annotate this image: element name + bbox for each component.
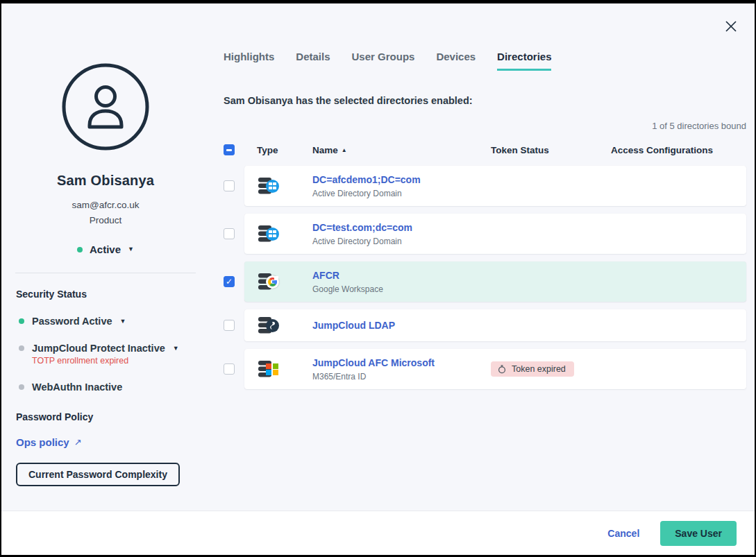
column-header-token-status: Token Status [491,145,611,155]
directory-subtitle: Google Workspace [312,284,491,294]
avatar [62,141,149,153]
directory-name-link[interactable]: JumpCloud LDAP [312,320,491,331]
tab-devices[interactable]: Devices [436,51,476,71]
tab-directories[interactable]: Directories [497,51,551,71]
chevron-down-icon: ▼ [173,345,179,352]
totp-expired-note: TOTP enrollment expired [32,356,210,366]
directory-subtitle: M365/Entra ID [312,372,491,382]
user-name: Sam Obisanya [1,173,210,189]
table-row: JumpCloud AFC Microsoft M365/Entra ID To… [224,349,746,389]
token-expired-badge: Token expired [491,361,574,377]
table-row: JumpCloud LDAP [224,309,746,341]
user-status-label: Active [90,243,121,255]
row-checkbox[interactable] [224,363,235,375]
chevron-down-icon: ▼ [120,318,126,325]
column-header-name-label: Name [312,145,338,155]
directories-description: Sam Obisanya has the selected directorie… [224,95,746,106]
directory-card[interactable]: DC=afcdemo1;DC=com Active Directory Doma… [244,166,746,206]
password-policy-heading: Password Policy [16,411,210,422]
external-link-icon: ↗ [74,437,82,447]
column-header-type: Type [257,145,312,155]
ops-policy-link[interactable]: Ops policy ↗ [16,436,82,448]
user-status-dropdown[interactable]: Active ▼ [1,243,210,255]
jumpcloud-ldap-icon [258,316,280,335]
status-dot-icon [19,318,24,324]
save-user-button[interactable]: Save User [660,521,737,546]
directory-name-link[interactable]: DC=afcdemo1;DC=com [312,174,491,185]
security-item-label: Password Active [32,316,112,327]
token-status-cell: Token expired [491,361,611,377]
token-expired-label: Token expired [512,364,566,374]
user-department: Product [1,215,210,225]
directory-card[interactable]: DC=test.com;dc=com Active Directory Doma… [244,214,746,254]
table-row: DC=test.com;dc=com Active Directory Doma… [224,214,746,254]
chevron-down-icon: ▼ [128,246,134,252]
security-item-password[interactable]: Password Active ▼ [19,316,210,327]
directory-card[interactable]: AFCR Google Workspace [244,262,746,302]
cancel-button[interactable]: Cancel [607,528,639,539]
current-password-complexity-button[interactable]: Current Password Complexity [16,463,180,486]
table-row: DC=afcdemo1;DC=com Active Directory Doma… [224,166,746,206]
active-directory-icon [258,225,280,243]
tab-highlights[interactable]: Highlights [224,51,274,71]
user-email: sam@afcr.co.uk [1,200,210,210]
close-icon[interactable] [723,18,739,35]
row-checkbox[interactable] [224,320,235,331]
select-all-checkbox[interactable] [224,144,235,155]
status-dot-icon [77,247,83,252]
tab-details[interactable]: Details [296,51,330,71]
stopwatch-icon [498,365,506,374]
sidebar-divider [15,273,196,273]
directory-card[interactable]: JumpCloud LDAP [244,309,746,341]
security-item-webauthn: WebAuthn Inactive [19,382,210,393]
security-item-jumpcloud-protect[interactable]: JumpCloud Protect Inactive ▼ [19,343,210,354]
directory-subtitle: Active Directory Domain [312,237,491,246]
bound-summary: 1 of 5 directories bound [224,121,746,131]
ops-policy-label: Ops policy [16,436,69,448]
google-workspace-icon [258,273,280,291]
directory-card[interactable]: JumpCloud AFC Microsoft M365/Entra ID To… [244,349,746,389]
column-header-name[interactable]: Name ▲ [312,145,491,155]
directory-subtitle: Active Directory Domain [312,189,491,198]
security-item-label: JumpCloud Protect Inactive [32,343,165,354]
directories-panel: Highlights Details User Groups Devices D… [210,3,755,511]
sort-ascending-icon: ▲ [342,147,347,153]
status-dot-icon [19,384,24,390]
table-row: AFCR Google Workspace [224,262,746,302]
security-item-label: WebAuthn Inactive [32,382,122,393]
modal-footer: Cancel Save User [1,511,755,555]
user-details-modal: Sam Obisanya sam@afcr.co.uk Product Acti… [1,3,755,555]
directory-name-link[interactable]: DC=test.com;dc=com [312,222,491,233]
status-dot-icon [19,345,24,351]
column-header-access-configurations: Access Configurations [611,145,746,155]
row-checkbox[interactable] [224,180,235,191]
active-directory-icon [258,177,280,196]
directory-name-link[interactable]: AFCR [312,270,491,281]
row-checkbox[interactable] [224,276,235,287]
microsoft-entra-icon [258,360,280,379]
directory-name-link[interactable]: JumpCloud AFC Microsoft [312,357,491,368]
table-header-row: Type Name ▲ Token Status Access Configur… [224,142,746,158]
tab-bar: Highlights Details User Groups Devices D… [224,51,746,71]
row-checkbox[interactable] [224,228,235,239]
user-summary-panel: Sam Obisanya sam@afcr.co.uk Product Acti… [1,3,210,511]
security-status-heading: Security Status [16,289,210,300]
tab-user-groups[interactable]: User Groups [352,51,415,71]
